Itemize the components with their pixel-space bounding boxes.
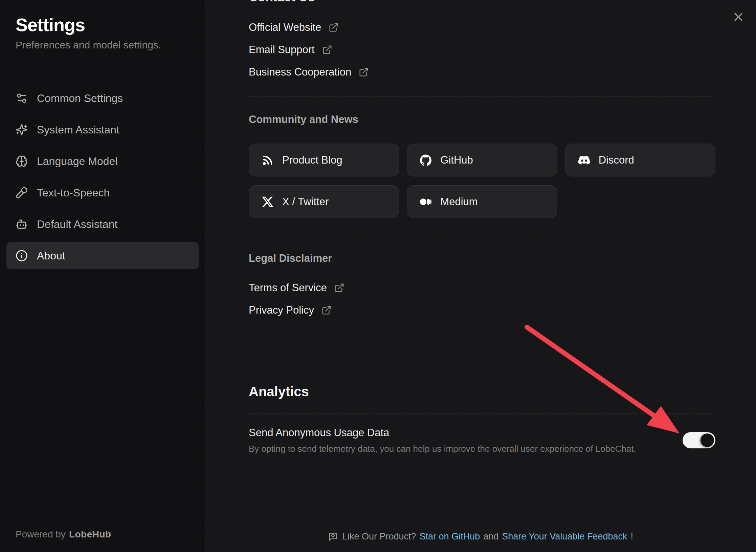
setting-description: By opting to send telemetry data, you ca…: [249, 443, 636, 455]
sidebar-item-common-settings[interactable]: Common Settings: [6, 85, 199, 112]
panel-footer: Like Our Product? Star on GitHub and Sha…: [205, 531, 756, 542]
github-icon: [420, 154, 432, 166]
terms-of-service-link[interactable]: Terms of Service: [249, 280, 344, 296]
discord-button[interactable]: Discord: [565, 144, 715, 176]
official-website-link[interactable]: Official Website: [249, 20, 339, 35]
sidebar-item-label: Text-to-Speech: [37, 187, 110, 199]
section-divider: [249, 413, 715, 414]
footer-text: Like Our Product?: [342, 531, 416, 542]
link-label: Email Support: [249, 44, 315, 56]
github-button[interactable]: GitHub: [407, 144, 557, 176]
rss-icon: [262, 154, 274, 166]
sidebar-item-label: Language Model: [37, 155, 117, 168]
settings-sidebar: Settings Preferences and model settings.…: [0, 0, 205, 552]
toggle-knob: [701, 433, 714, 447]
share-feedback-link[interactable]: Share Your Valuable Feedback: [502, 531, 627, 542]
lobehub-logo: LobeHub: [69, 529, 111, 539]
button-label: X / Twitter: [282, 196, 329, 208]
external-link-icon: [359, 67, 369, 77]
setting-label: Send Anonymous Usage Data: [249, 425, 636, 440]
sidebar-item-text-to-speech[interactable]: Text-to-Speech: [6, 179, 199, 206]
community-buttons: Product Blog GitHub Discord X / Twitter …: [249, 144, 715, 218]
contact-links: Official Website Email Support Business …: [249, 20, 715, 80]
bot-icon: [16, 218, 28, 230]
external-link-icon: [322, 45, 332, 55]
settings-modal: Settings Preferences and model settings.…: [0, 0, 756, 552]
section-divider: [249, 235, 715, 235]
button-label: Discord: [599, 154, 634, 166]
medium-icon: [420, 196, 432, 208]
sliders-icon: [16, 92, 28, 104]
external-link-icon: [329, 22, 339, 33]
section-heading-community: Community and News: [249, 113, 715, 126]
link-label: Terms of Service: [249, 282, 327, 294]
close-icon: [732, 10, 745, 24]
about-panel: Contact Us Official Website Email Suppor…: [205, 0, 756, 552]
mic-icon: [16, 187, 28, 199]
sidebar-header: Settings Preferences and model settings.: [6, 14, 199, 51]
button-label: GitHub: [440, 154, 473, 166]
business-cooperation-link[interactable]: Business Cooperation: [249, 64, 369, 80]
email-support-link[interactable]: Email Support: [249, 42, 332, 58]
powered-by-text: Powered by: [16, 529, 66, 539]
star-on-github-link[interactable]: Star on GitHub: [420, 531, 480, 542]
usage-data-toggle[interactable]: [683, 432, 715, 448]
sidebar-item-label: Default Assistant: [37, 218, 117, 231]
link-label: Privacy Policy: [249, 304, 314, 316]
section-heading-legal: Legal Disclaimer: [249, 252, 715, 265]
page-title: Settings: [16, 14, 190, 36]
setting-text: Send Anonymous Usage Data By opting to s…: [249, 425, 636, 455]
sidebar-item-about[interactable]: About: [6, 242, 199, 269]
medium-button[interactable]: Medium: [407, 185, 557, 218]
settings-nav: Common Settings System Assistant Languag…: [6, 85, 199, 274]
x-icon: [262, 196, 274, 208]
section-divider: [249, 96, 715, 97]
footer-text: and: [483, 531, 498, 542]
close-button[interactable]: [731, 9, 746, 24]
footer-text: !: [631, 531, 633, 542]
section-heading-analytics: Analytics: [249, 383, 715, 400]
legal-links: Terms of Service Privacy Policy: [249, 280, 715, 318]
sidebar-item-system-assistant[interactable]: System Assistant: [6, 116, 199, 143]
sidebar-item-label: About: [37, 250, 65, 262]
button-label: Medium: [440, 196, 477, 208]
page-subtitle: Preferences and model settings.: [16, 39, 190, 51]
info-icon: [16, 250, 28, 262]
sidebar-item-default-assistant[interactable]: Default Assistant: [6, 211, 199, 238]
analytics-setting-row: Send Anonymous Usage Data By opting to s…: [249, 425, 715, 455]
product-blog-button[interactable]: Product Blog: [249, 144, 399, 176]
x-twitter-button[interactable]: X / Twitter: [249, 185, 399, 218]
sidebar-item-label: Common Settings: [37, 92, 123, 105]
sparkles-icon: [16, 124, 28, 136]
sidebar-footer: Powered byLobeHub: [16, 529, 111, 540]
discord-icon: [578, 154, 590, 166]
message-heart-icon: [328, 532, 338, 542]
privacy-policy-link[interactable]: Privacy Policy: [249, 302, 332, 318]
link-label: Business Cooperation: [249, 66, 351, 78]
sidebar-item-label: System Assistant: [37, 124, 119, 136]
link-label: Official Website: [249, 21, 321, 34]
brain-icon: [16, 155, 28, 167]
external-link-icon: [321, 305, 332, 315]
section-heading-contact: Contact Us: [249, 0, 715, 4]
button-label: Product Blog: [282, 154, 342, 166]
sidebar-item-language-model[interactable]: Language Model: [6, 148, 199, 175]
external-link-icon: [334, 283, 344, 293]
